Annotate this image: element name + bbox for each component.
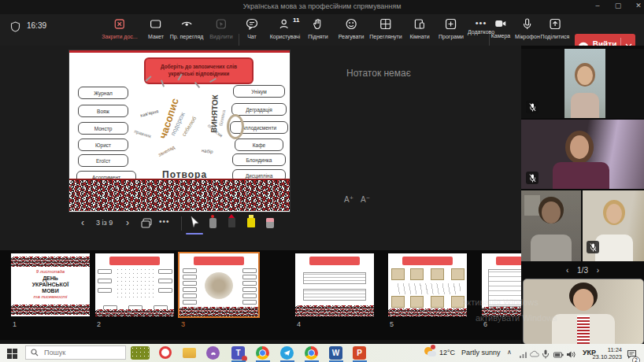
weather-desc[interactable]: Partly sunny xyxy=(461,349,501,356)
slide-thumbnail-1[interactable]: 9 листопада ДЕНЬ УКРАЇНСЬКОЇ МОВИ та пис… xyxy=(11,253,90,316)
word-button-yuryst[interactable]: Юрист xyxy=(78,139,128,151)
apps-plus-icon xyxy=(445,18,457,33)
layout-icon xyxy=(150,18,162,33)
word-button-unikum[interactable]: Унікум xyxy=(233,85,285,98)
speaker-icon[interactable] xyxy=(566,348,576,362)
font-decrease-button[interactable]: A⁻ xyxy=(361,195,370,204)
participant-video-5-speaker[interactable] xyxy=(523,279,644,345)
file-explorer-icon[interactable] xyxy=(183,348,196,358)
camera-button[interactable]: Камера xyxy=(491,18,510,39)
share-button[interactable]: Поділитися xyxy=(541,18,570,39)
weather-temp[interactable]: 12°C xyxy=(439,349,455,356)
close-button[interactable]: ✕ xyxy=(630,2,644,9)
opera-icon[interactable] xyxy=(159,346,172,359)
mic-muted-icon xyxy=(526,101,539,113)
clock-time: 11:24 xyxy=(592,346,622,353)
word-button-voiazh[interactable]: Вояж xyxy=(78,105,128,117)
layout-button[interactable]: Макет xyxy=(148,18,164,39)
notification-center-icon[interactable]: 2 xyxy=(627,348,637,362)
rooms-button[interactable]: Кімнати xyxy=(409,18,429,39)
pager-next-button[interactable]: › xyxy=(597,266,599,275)
slide-grid-button[interactable] xyxy=(140,217,153,233)
participants-pager: ‹ 1/3 › xyxy=(521,266,644,275)
word-icon[interactable]: W xyxy=(329,346,342,360)
private-view-button[interactable]: Пр. перегляд xyxy=(170,18,204,39)
word-button-monstr[interactable]: Монстр xyxy=(78,122,128,135)
view-button[interactable]: Переглянути xyxy=(369,18,402,39)
cursor-tool-underline xyxy=(186,233,203,235)
nav-divider xyxy=(181,216,182,231)
slide-thumbnail-2[interactable] xyxy=(95,253,174,316)
thumb-ornament xyxy=(482,307,521,316)
taskbar-search[interactable] xyxy=(25,345,126,360)
minimize-button[interactable]: – xyxy=(589,2,606,9)
participants-button[interactable]: 11 Користувачі xyxy=(270,18,301,39)
chrome-icon-2[interactable] xyxy=(305,346,318,360)
cursor-tool-selected[interactable] xyxy=(189,216,201,232)
eye-icon xyxy=(181,18,193,33)
current-slide[interactable]: Доберіть до запозичених слів українські … xyxy=(69,50,290,212)
microphone-icon xyxy=(521,18,533,33)
word-button-degradatsia[interactable]: Деградація xyxy=(231,103,287,116)
laser-pointer-icon xyxy=(209,218,217,228)
participant-video-2[interactable] xyxy=(521,120,644,189)
next-slide-button[interactable]: › xyxy=(126,217,129,228)
network-icon[interactable] xyxy=(519,348,527,362)
word-button-egoist[interactable]: Егоїст xyxy=(78,154,128,167)
search-input[interactable] xyxy=(43,348,117,357)
participant-video-1[interactable] xyxy=(521,49,644,118)
taskbar-clock[interactable]: 11:24 23.10.2023 xyxy=(592,346,622,360)
chat-button[interactable]: Чат xyxy=(246,18,258,39)
highlighter-tool[interactable] xyxy=(247,218,255,227)
apps-button[interactable]: Програми xyxy=(439,18,464,39)
slide-thumbnail-4[interactable] xyxy=(295,253,374,316)
word-button-kafe[interactable]: Кафе xyxy=(235,139,283,151)
teams-icon[interactable]: T xyxy=(231,346,245,360)
pager-prev-button[interactable]: ‹ xyxy=(566,266,568,275)
raise-hand-button[interactable]: Підняти xyxy=(308,18,328,39)
chrome-icon[interactable] xyxy=(256,346,269,360)
word-button-blondynka[interactable]: Блондинка xyxy=(232,153,286,166)
slide-thumbnail-6[interactable] xyxy=(482,253,521,316)
stop-presenting-button[interactable]: Закрити дос... xyxy=(102,18,137,39)
person-silhouette xyxy=(577,66,593,85)
slide-thumbnail-3-current[interactable] xyxy=(180,253,258,316)
onedrive-icon[interactable] xyxy=(530,348,539,362)
telegram-icon[interactable] xyxy=(280,346,294,360)
thumb1-line5: та писемності xyxy=(11,294,90,299)
pen-tool[interactable] xyxy=(228,218,235,227)
participant-video-4[interactable] xyxy=(583,190,644,261)
maximize-button[interactable]: ▢ xyxy=(609,2,627,9)
laser-pointer-tool[interactable] xyxy=(209,218,217,228)
window-titlebar: Українська мова за професійним спрямуван… xyxy=(0,0,644,14)
participant-video-3[interactable] xyxy=(521,190,581,261)
prev-slide-button[interactable]: ‹ xyxy=(81,217,84,228)
mic-tray-icon[interactable] xyxy=(542,348,550,362)
microphone-button[interactable]: Мікрофон xyxy=(515,18,540,39)
viber-icon[interactable] xyxy=(206,346,220,360)
start-button[interactable] xyxy=(7,348,17,362)
person-silhouette xyxy=(571,93,599,118)
microphone-label: Мікрофон xyxy=(515,34,540,39)
mic-muted-icon xyxy=(526,172,539,184)
thumb-ornament xyxy=(11,257,90,267)
slide-filmstrip: 9 листопада ДЕНЬ УКРАЇНСЬКОЇ МОВИ та пис… xyxy=(0,250,521,340)
react-button[interactable]: Реагувати xyxy=(339,18,365,39)
stop-presenting-label: Закрити дос... xyxy=(102,34,137,39)
thumb1-line1: 9 листопада xyxy=(11,269,90,274)
cloud-word: набір xyxy=(202,148,213,154)
vyshyvanka-pattern xyxy=(577,316,590,344)
embroidery-ornament xyxy=(69,179,290,211)
powerpoint-icon[interactable]: P xyxy=(353,346,366,360)
word-button-zhurnal[interactable]: Журнал xyxy=(78,87,128,99)
thumb1-line4: МОВИ xyxy=(11,288,90,294)
font-increase-button[interactable]: A⁺ xyxy=(344,195,353,204)
embroidery-app-icon[interactable] xyxy=(131,346,150,360)
nav-more-button[interactable]: ••• xyxy=(159,217,170,226)
notification-count-badge: 2 xyxy=(632,356,640,362)
eraser-tool[interactable] xyxy=(266,218,274,228)
notes-empty-text: Нотаток немає xyxy=(346,68,411,79)
battery-icon[interactable] xyxy=(553,348,564,362)
tray-expand-chevron[interactable]: ∧ xyxy=(507,349,512,356)
slide-thumbnail-5[interactable] xyxy=(388,253,467,316)
